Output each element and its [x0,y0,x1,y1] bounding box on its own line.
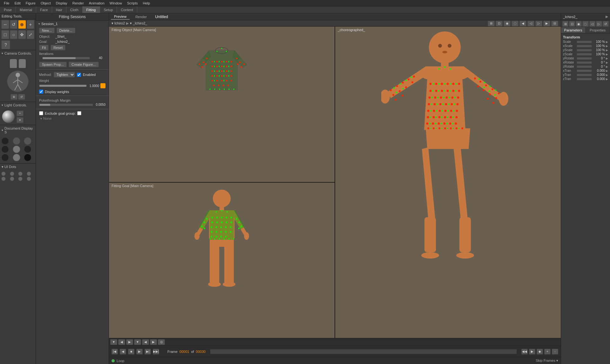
display-dot-7[interactable] [1,154,9,161]
bc-icon1[interactable]: ⊞ [488,21,495,26]
menu-object[interactable]: Object [38,1,53,5]
pokethrough-slider[interactable] [39,104,93,106]
ui-dot-7[interactable] [18,177,23,181]
tl-minus[interactable]: - [552,349,558,354]
menu-display[interactable]: Display [53,1,70,5]
yrotate-slider[interactable] [577,57,592,60]
spawn-prop-button[interactable]: Spawn Prop... [39,62,67,67]
tab-face[interactable]: Face [36,6,52,13]
ytran-slider[interactable] [577,74,592,76]
menu-window[interactable]: Window [107,1,125,5]
tab-pose[interactable]: Pose [0,6,16,13]
tl-prev2[interactable]: ◀◀ [521,349,528,354]
bc-icon3[interactable]: ◉ [504,21,511,26]
ztran-arrow[interactable]: ▶ [606,78,608,81]
menu-figure[interactable]: Figure [23,1,38,5]
rp-icon2[interactable]: ⊡ [569,21,575,27]
tab-cloth[interactable]: Cloth [66,6,83,13]
create-figure-button[interactable]: Create Figure... [69,62,98,67]
reset-button[interactable]: Reset [51,45,65,51]
camera-zoom[interactable]: ⊕ [10,94,17,100]
tool-resize[interactable]: ⤢ [27,30,35,39]
display-dot-1[interactable] [1,137,9,145]
display-dot-6[interactable] [24,145,31,153]
delete-button[interactable]: Delete... [57,28,75,33]
zrotate-arrow[interactable]: ▶ [606,65,608,68]
camera-figure-box[interactable] [7,71,29,92]
tab-content[interactable]: Content [117,6,137,13]
weight-slider[interactable] [39,84,87,87]
scale-arrow[interactable]: ▶ [606,40,608,44]
left-hand-icon[interactable] [10,59,17,68]
menu-file[interactable]: File [1,1,12,5]
tool-rotate[interactable]: ↺ [10,20,18,29]
fit-button[interactable]: Fit [39,45,49,51]
display-dot-2[interactable] [13,137,20,145]
breadcrumb-left[interactable]: ▾ Ichiro2 [112,21,125,25]
yscale-arrow[interactable]: ▶ [606,49,608,52]
viewport-bottom[interactable]: Fitting Goal [Main Camera] [109,183,335,338]
exclude-checkbox2[interactable] [77,111,81,115]
display-weights-checkbox[interactable] [39,90,43,94]
rp-icon7[interactable]: ↺ [603,21,609,27]
display-dot-9[interactable] [24,154,31,161]
display-dot-3[interactable] [24,137,31,145]
camera-reset[interactable]: ↺ [18,94,25,100]
menu-scripts[interactable]: Scripts [125,1,140,5]
vp-nav-right[interactable]: ▶ [126,339,133,345]
ytran-arrow[interactable]: ▶ [606,73,608,77]
timeline-next[interactable]: ▶| [145,349,151,354]
viewport-right[interactable]: _choreographed_ [335,27,561,338]
ui-dot-8[interactable] [27,177,31,181]
timeline-start[interactable]: |◀ [112,349,118,354]
vp-nav-down[interactable]: ▼ [110,339,117,345]
vp-nav-extra[interactable]: ◎ [158,339,165,345]
vp-nav-l2[interactable]: ◀ [142,339,149,345]
weight-icon[interactable] [100,83,105,88]
zscale-slider[interactable] [577,53,592,56]
xscale-arrow[interactable]: ▶ [606,44,608,48]
tab-properties[interactable]: Properties [586,27,610,33]
display-dot-8[interactable] [13,154,20,161]
tool-translate[interactable]: ↔ [1,20,9,29]
light-add[interactable]: + [17,111,24,116]
right-hand-icon[interactable] [19,59,26,68]
rp-icon4[interactable]: ◌ [582,21,588,27]
timeline-stop[interactable]: ■ [128,349,134,354]
tab-fitting[interactable]: Fitting [83,6,100,13]
scale-slider[interactable] [577,41,592,43]
iterations-slider[interactable] [42,57,90,59]
tool-plus[interactable]: + [27,20,35,29]
tab-setup[interactable]: Setup [100,6,117,13]
breadcrumb-right[interactable]: ▾ _Ichiro2_ [130,21,147,25]
menu-render[interactable]: Render [70,1,86,5]
timeline-end[interactable]: ▶▶| [153,349,159,354]
menu-edit[interactable]: Edit [12,1,23,5]
enabled-checkbox[interactable] [77,73,81,77]
vp-nav-r2[interactable]: ▶ [150,339,157,345]
tab-render[interactable]: Render [132,14,150,19]
bc-icon8[interactable]: ▶ [543,21,550,26]
tool-select-rect[interactable]: □ [1,30,9,39]
timeline-track[interactable] [210,349,517,354]
xrotate-slider[interactable] [577,61,592,64]
tool-select-circle[interactable]: ○ [10,30,18,39]
tab-preview[interactable]: Preview [111,14,130,20]
vp-nav-left[interactable]: ◀ [118,339,125,345]
tl-key[interactable]: ◆ [537,349,543,354]
viewport-top[interactable]: Fitting Object [Main Camera] [109,27,335,183]
ui-dot-5[interactable] [1,177,6,181]
timeline-prev[interactable]: ◀ [120,349,126,354]
rp-icon3[interactable]: ◉ [576,21,582,27]
tl-play2[interactable]: ▶ [529,349,535,354]
tab-material[interactable]: Material [16,6,36,13]
vp-nav-down2[interactable]: ▼ [134,339,141,345]
rp-icon6[interactable]: ▷ [596,21,602,27]
ui-dot-2[interactable] [10,172,14,176]
menu-animation[interactable]: Animation [86,1,107,5]
tl-plus[interactable]: + [544,349,551,354]
tool-scale[interactable]: ⊕ [18,20,26,29]
ui-dot-1[interactable] [1,172,6,176]
menu-help[interactable]: Help [140,1,153,5]
bc-icon6[interactable]: ◁ [527,21,534,26]
